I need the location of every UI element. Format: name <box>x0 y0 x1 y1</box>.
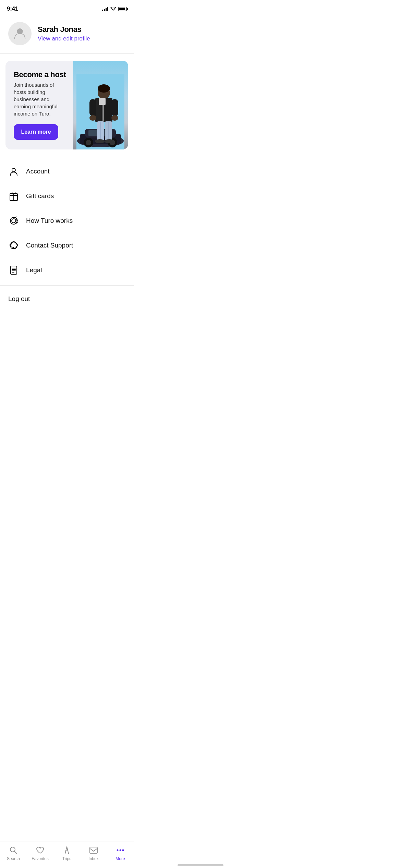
svg-rect-17 <box>99 98 106 105</box>
host-card-content: Become a host Join thousands of hosts bu… <box>5 61 73 149</box>
gift-icon <box>8 191 19 202</box>
svg-point-35 <box>16 218 17 219</box>
svg-point-8 <box>86 140 91 145</box>
svg-point-29 <box>12 168 15 172</box>
account-label: Account <box>26 168 50 175</box>
log-out-button[interactable]: Log out <box>0 288 134 310</box>
svg-rect-40 <box>11 266 17 274</box>
status-icons <box>102 7 127 11</box>
host-card-image <box>73 61 128 149</box>
legal-label: Legal <box>26 266 42 274</box>
svg-point-27 <box>95 139 105 143</box>
wifi-icon <box>110 7 116 11</box>
menu-item-how-turo-works[interactable]: How Turo works <box>0 208 134 233</box>
svg-point-0 <box>17 29 22 34</box>
how-turo-works-label: How Turo works <box>26 217 73 225</box>
svg-point-21 <box>89 115 96 121</box>
menu-item-legal[interactable]: Legal <box>0 258 134 282</box>
support-icon <box>8 240 19 251</box>
profile-info: Sarah Jonas View and edit profile <box>38 25 90 42</box>
learn-more-button[interactable]: Learn more <box>14 124 58 140</box>
menu-item-account[interactable]: Account <box>0 159 134 184</box>
svg-point-36 <box>16 220 18 221</box>
bottom-section: Log out <box>0 286 134 315</box>
person-icon <box>8 166 19 177</box>
divider-top <box>0 53 134 54</box>
menu-item-gift-cards[interactable]: Gift cards <box>0 184 134 208</box>
host-illustration <box>76 74 124 149</box>
profile-name: Sarah Jonas <box>38 25 90 34</box>
avatar-icon <box>13 26 26 41</box>
svg-point-22 <box>111 115 118 121</box>
status-bar: 9:41 <box>0 0 134 15</box>
svg-rect-20 <box>111 99 118 116</box>
svg-point-12 <box>98 84 110 93</box>
menu-item-contact-support[interactable]: Contact Support <box>0 233 134 258</box>
gift-cards-label: Gift cards <box>26 192 54 200</box>
svg-point-28 <box>105 139 114 143</box>
profile-section: Sarah Jonas View and edit profile <box>0 15 134 53</box>
turo-works-icon <box>8 215 19 226</box>
host-card-desc: Join thousands of hosts building busines… <box>14 81 66 117</box>
svg-rect-19 <box>89 99 96 116</box>
svg-rect-39 <box>13 248 14 249</box>
svg-point-37 <box>16 222 17 224</box>
menu-list: Account Gift cards <box>0 156 134 285</box>
host-card: Become a host Join thousands of hosts bu… <box>5 61 128 149</box>
status-time: 9:41 <box>7 5 18 12</box>
legal-icon <box>8 265 19 276</box>
host-card-title: Become a host <box>14 70 66 79</box>
avatar <box>8 22 32 45</box>
svg-point-34 <box>12 219 16 223</box>
signal-icon <box>102 7 108 11</box>
contact-support-label: Contact Support <box>26 242 73 249</box>
battery-icon <box>118 7 127 11</box>
svg-rect-18 <box>102 99 104 121</box>
edit-profile-link[interactable]: View and edit profile <box>38 35 90 42</box>
